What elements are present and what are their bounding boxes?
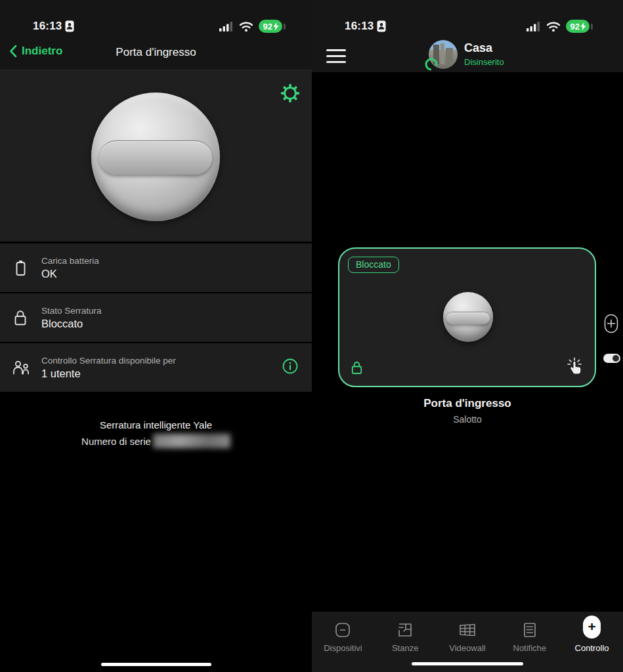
row-label: Carica batteria	[41, 256, 99, 266]
notifications-icon	[521, 621, 538, 639]
users-row: Controllo Serratura disponibile per 1 ut…	[0, 343, 312, 392]
home-indicator[interactable]	[101, 663, 211, 666]
row-label: Stato Serratura	[41, 306, 102, 316]
nav-bar: Indietro Porta d'ingresso	[0, 37, 312, 70]
device-info-footer: Serratura intelligente Yale Numero di se…	[0, 419, 312, 448]
contact-sim-icon	[377, 20, 386, 32]
thumbturn-handle	[99, 140, 213, 175]
signal-icon	[526, 21, 541, 32]
battery-nub	[591, 24, 593, 30]
row-label: Controllo Serratura disponibile per	[41, 356, 176, 366]
info-icon	[282, 358, 299, 375]
edit-mode-toggle[interactable]	[603, 354, 620, 363]
charging-bolt-icon	[273, 22, 279, 31]
control-plus-icon: +	[583, 616, 601, 639]
top-chrome: 16:13	[0, 0, 312, 70]
alarm-state-label: Disinserito	[464, 57, 504, 67]
row-value: OK	[41, 268, 99, 280]
lock-thumbturn-image	[91, 93, 220, 221]
users-icon	[12, 359, 30, 377]
contact-sim-icon	[65, 20, 74, 32]
device-name: Porta d'ingresso	[312, 397, 623, 410]
tap-action-icon[interactable]	[566, 357, 586, 381]
status-bar: 16:13	[0, 0, 312, 37]
lock-icon	[12, 309, 29, 327]
toggle-knob	[612, 355, 619, 362]
battery-row: Carica batteria OK	[0, 243, 312, 292]
clock: 16:13	[345, 20, 374, 33]
control-dashboard-screen: 16:13	[312, 0, 623, 672]
tab-dispositivi[interactable]: Dispositivi	[312, 620, 374, 672]
locked-icon	[350, 360, 364, 378]
page-title: Porta d'ingresso	[0, 46, 312, 59]
row-value: 1 utente	[41, 368, 176, 380]
videowall-icon	[458, 621, 477, 639]
lock-detail-screen: 16:13	[0, 0, 312, 672]
lock-state-row: Stato Serratura Bloccato	[0, 293, 312, 342]
clock: 16:13	[33, 20, 62, 33]
menu-button[interactable]	[326, 49, 346, 63]
gear-icon	[280, 83, 300, 103]
status-bar: 16:13	[312, 0, 623, 37]
sync-spinner-icon	[424, 57, 439, 72]
devices-icon	[334, 621, 351, 639]
add-widget-button[interactable]	[604, 314, 618, 336]
device-room: Salotto	[312, 414, 623, 425]
serial-number-label: Numero di serie	[81, 436, 151, 447]
dual-screenshot-stage: 16:13	[0, 0, 623, 672]
dashboard-header: Casa Disinserito	[312, 37, 623, 72]
battery-nub	[284, 24, 286, 30]
charging-bolt-icon	[580, 22, 586, 31]
rooms-icon	[397, 621, 414, 639]
lock-status-badge: Bloccato	[348, 257, 399, 273]
device-model-name: Serratura intelligente Yale	[0, 419, 312, 430]
lock-device-card[interactable]: Bloccato	[338, 247, 596, 387]
settings-button[interactable]	[280, 83, 300, 103]
lock-thumbturn-thumbnail	[443, 292, 493, 342]
thumbturn-handle	[446, 312, 490, 324]
row-value: Bloccato	[41, 318, 102, 330]
tab-controllo[interactable]: + Controllo	[561, 620, 623, 672]
info-button[interactable]	[282, 358, 299, 377]
battery-icon	[12, 259, 29, 277]
signal-icon	[219, 21, 234, 32]
lock-hero-panel	[0, 70, 312, 242]
wifi-icon	[546, 21, 561, 32]
redacted-serial-number	[153, 434, 230, 448]
lock-attribute-list: Carica batteria OK Stato Serratura Blocc…	[0, 243, 312, 392]
wifi-icon	[239, 21, 253, 32]
home-name[interactable]: Casa	[464, 41, 504, 55]
home-indicator[interactable]	[412, 662, 523, 665]
battery-badge: 92	[259, 20, 282, 33]
battery-badge: 92	[566, 20, 590, 33]
